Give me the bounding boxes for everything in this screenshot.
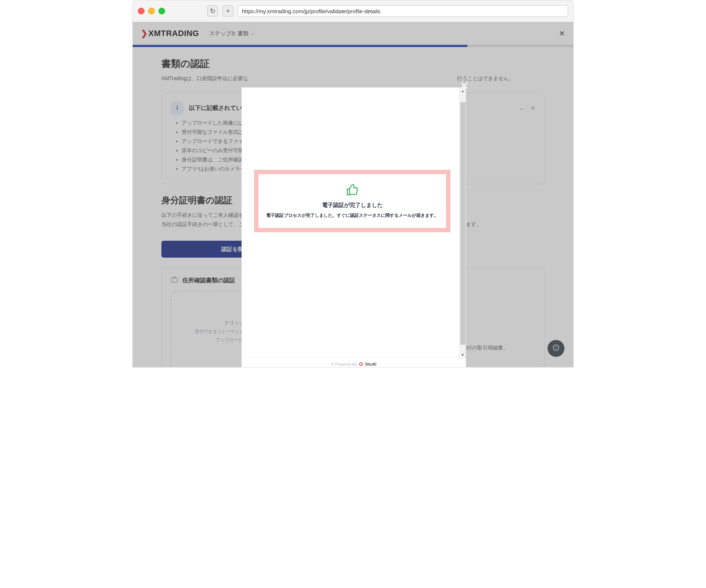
reload-icon: ↻	[210, 7, 215, 15]
shufti-name: Shufti	[365, 362, 377, 366]
plus-icon: +	[226, 7, 230, 15]
window-controls	[138, 8, 165, 14]
verification-modal: ✕ ▲ ▼ 電子認証が完了しました	[242, 87, 466, 368]
modal-footer: © Powered By Shufti	[242, 358, 466, 368]
shufti-logo-icon	[359, 362, 363, 366]
success-message: 電子認証プロセスが完了しました。すぐに認証ステータスに関するメールが届きます。	[266, 212, 438, 219]
reload-button[interactable]: ↻	[207, 6, 218, 17]
window-close-dot[interactable]	[138, 8, 145, 14]
powered-by-label: © Powered By	[331, 362, 357, 366]
scroll-down-icon[interactable]: ▼	[460, 351, 466, 358]
url-text: https://my.xmtrading.com/jp/profile/vali…	[242, 8, 381, 14]
close-icon: ✕	[460, 80, 469, 92]
modal-scrollbar[interactable]: ▲ ▼	[459, 87, 466, 358]
new-tab-button[interactable]: +	[222, 6, 233, 17]
scroll-thumb[interactable]	[460, 102, 466, 345]
modal-close-button[interactable]: ✕	[460, 79, 469, 92]
window-minimize-dot[interactable]	[148, 8, 155, 14]
thumbs-up-icon	[345, 183, 360, 198]
window-zoom-dot[interactable]	[158, 8, 165, 14]
modal-body: ▲ ▼ 電子認証が完了しました 電子認証プロセスが完了しました。すぐに認証ステー…	[242, 87, 466, 358]
url-bar[interactable]: https://my.xmtrading.com/jp/profile/vali…	[238, 5, 568, 17]
success-title: 電子認証が完了しました	[322, 202, 383, 209]
browser-chrome: ↻ + https://my.xmtrading.com/jp/profile/…	[132, 0, 574, 22]
page: ❯ XMTRADING ステップ3: 書類 ⌄ ✕ 書類の認証 XMTradin…	[132, 22, 574, 368]
success-card: 電子認証が完了しました 電子認証プロセスが完了しました。すぐに認証ステータスに関…	[254, 170, 450, 232]
